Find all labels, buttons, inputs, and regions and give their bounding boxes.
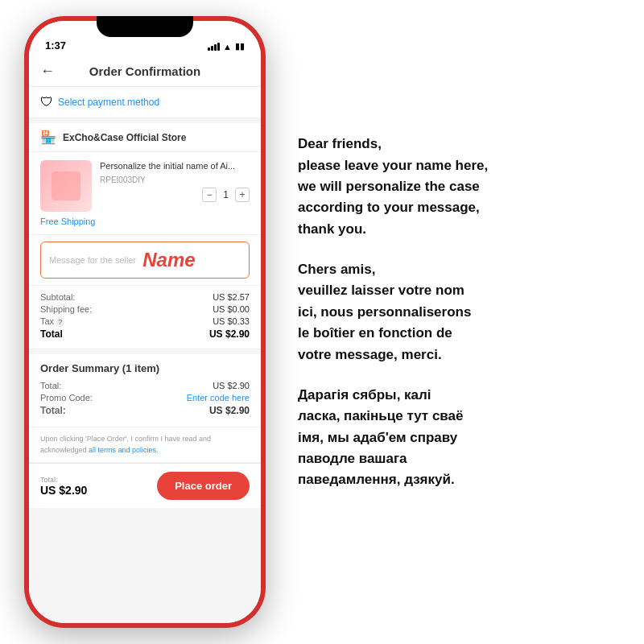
screen-content: ← Order Confirmation 🛡 Select payment me… xyxy=(29,56,261,623)
english-text: Dear friends,please leave your name here… xyxy=(298,134,620,240)
back-button[interactable]: ← xyxy=(40,63,55,80)
terms-text: Upon clicking 'Place Order', I confirm I… xyxy=(40,434,250,456)
bottom-total-label: Total: xyxy=(40,476,87,484)
product-name: Personalize the initial name of Ai... xyxy=(100,160,250,172)
qty-value: 1 xyxy=(223,189,229,200)
total-label: Total xyxy=(40,328,63,340)
bottom-bar: Total: US $2.90 Place order xyxy=(29,463,261,508)
tax-value: US $0.33 xyxy=(213,316,250,326)
tax-label: Tax? xyxy=(40,316,64,326)
pricing-section: Subtotal: US $2.57 Shipping fee: US $0.0… xyxy=(29,286,261,349)
promo-label: Promo Code: xyxy=(40,393,93,402)
product-sku: RPEI003DIY xyxy=(100,175,250,184)
wifi-icon: ▲ xyxy=(223,42,232,52)
product-qty: − 1 + xyxy=(100,188,250,202)
tax-row: Tax? US $0.33 xyxy=(40,316,250,326)
app-header: ← Order Confirmation xyxy=(29,56,261,87)
grand-total-row: Total: US $2.90 xyxy=(40,405,250,416)
signal-icon xyxy=(208,43,220,51)
payment-link[interactable]: Select payment method xyxy=(58,97,159,108)
product-image xyxy=(40,160,92,212)
shipping-value: US $0.00 xyxy=(213,304,250,314)
message-input-box[interactable]: Message for the seller Name xyxy=(40,242,250,279)
battery-icon: ▮▮ xyxy=(235,41,245,52)
phone-notch xyxy=(97,16,193,37)
subtotal-label: Subtotal: xyxy=(40,292,75,302)
message-name-label: Name xyxy=(142,249,195,271)
belarusian-text-block: Дарагія сябры, каліласка, пакіньце тут с… xyxy=(298,385,620,491)
store-icon: 🏪 xyxy=(40,130,56,145)
right-text-panel: Dear friends,please leave your name here… xyxy=(282,109,644,534)
summary-total-value: US $2.90 xyxy=(213,381,250,390)
order-summary-title: Order Summary (1 item) xyxy=(40,362,250,374)
shipping-row: Shipping fee: US $0.00 xyxy=(40,304,250,314)
phone-frame: 1:37 ▲ ▮▮ ← Order Confirmat xyxy=(24,16,266,628)
total-value: US $2.90 xyxy=(209,328,250,340)
product-row: Personalize the initial name of Ai... RP… xyxy=(40,160,250,212)
store-name: ExCho&Case Official Store xyxy=(63,132,186,143)
page-title: Order Confirmation xyxy=(89,64,200,78)
store-section: 🏪 ExCho&Case Official Store xyxy=(29,123,261,152)
english-text-block: Dear friends,please leave your name here… xyxy=(298,134,620,240)
subtotal-row: Subtotal: US $2.57 xyxy=(40,292,250,302)
qty-minus-button[interactable]: − xyxy=(202,188,217,202)
french-text-block: Chers amis,veuillez laisser votre nomici… xyxy=(298,259,620,365)
french-text: Chers amis,veuillez laisser votre nomici… xyxy=(298,259,620,365)
message-placeholder: Message for the seller xyxy=(49,255,136,265)
phone-screen: 1:37 ▲ ▮▮ ← Order Confirmat xyxy=(29,21,261,623)
payment-section[interactable]: 🛡 Select payment method xyxy=(29,87,261,118)
phone-mockup: 1:37 ▲ ▮▮ ← Order Confirmat xyxy=(8,8,282,636)
payment-icon: 🛡 xyxy=(40,95,53,109)
bottom-total: Total: US $2.90 xyxy=(40,476,87,497)
promo-row: Promo Code: Enter code here xyxy=(40,393,250,402)
bottom-total-value: US $2.90 xyxy=(40,484,87,497)
message-section: Message for the seller Name xyxy=(29,235,261,286)
order-summary-section: Order Summary (1 item) Total: US $2.90 P… xyxy=(29,354,261,427)
shipping-label: Shipping fee: xyxy=(40,304,92,314)
summary-total-row: Total: US $2.90 xyxy=(40,381,250,390)
free-shipping-label: Free Shipping xyxy=(40,217,250,226)
terms-section: Upon clicking 'Place Order', I confirm I… xyxy=(29,427,261,463)
product-details: Personalize the initial name of Ai... RP… xyxy=(100,160,250,202)
place-order-button[interactable]: Place order xyxy=(157,472,250,500)
qty-plus-button[interactable]: + xyxy=(235,188,250,202)
total-row: Total US $2.90 xyxy=(40,328,250,340)
subtotal-value: US $2.57 xyxy=(213,292,250,302)
grand-total-value: US $2.90 xyxy=(209,405,250,416)
terms-link[interactable]: all terms and policies. xyxy=(89,446,159,454)
status-icons: ▲ ▮▮ xyxy=(208,41,245,52)
summary-total-label: Total: xyxy=(40,381,61,390)
product-section: Personalize the initial name of Ai... RP… xyxy=(29,152,261,235)
promo-link[interactable]: Enter code here xyxy=(187,393,250,402)
belarusian-text: Дарагія сябры, каліласка, пакіньце тут с… xyxy=(298,385,620,491)
status-time: 1:37 xyxy=(45,39,66,52)
grand-total-label: Total: xyxy=(40,405,66,416)
